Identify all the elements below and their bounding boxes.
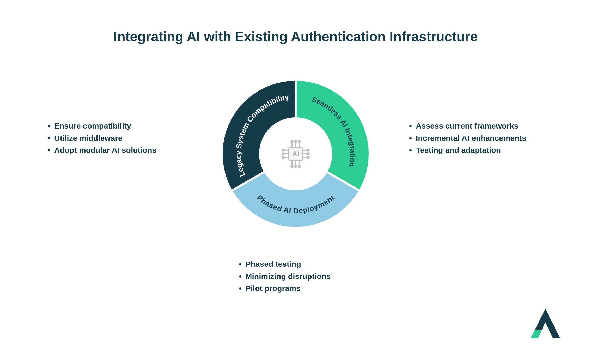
list-item: Minimizing disruptions (246, 270, 353, 283)
list-item: Adopt modular AI solutions (54, 144, 182, 156)
svg-point-12 (291, 165, 293, 167)
svg-point-18 (282, 149, 284, 151)
svg-point-28 (307, 156, 309, 159)
bottom-bullet-list: Phased testing Minimizing disruptions Pi… (238, 258, 353, 295)
ai-chip-label: AI (292, 150, 299, 158)
list-item: Assess current frameworks (416, 120, 544, 132)
svg-point-6 (291, 140, 293, 142)
ai-chip-icon: AI (276, 134, 315, 173)
svg-point-16 (298, 165, 300, 167)
list-item: Pilot programs (246, 282, 353, 295)
list-item: Testing and adaptation (416, 144, 544, 156)
list-item: Ensure compatibility (54, 120, 182, 132)
right-bullet-list: Assess current frameworks Incremental AI… (409, 120, 544, 156)
page-title: Integrating AI with Existing Authenticat… (0, 29, 591, 44)
svg-point-10 (298, 140, 300, 142)
left-bullet-list: Ensure compatibility Utilize middleware … (47, 120, 182, 156)
svg-point-24 (307, 149, 309, 151)
svg-point-22 (282, 156, 284, 159)
list-item: Incremental AI enhancements (416, 132, 544, 144)
list-item: Phased testing (246, 258, 353, 270)
donut-chart: Legacy System Compatibility Seamless AI … (223, 81, 369, 227)
list-item: Utilize middleware (54, 132, 182, 144)
svg-point-26 (307, 153, 309, 155)
svg-point-8 (295, 140, 297, 142)
svg-point-20 (282, 153, 284, 155)
svg-point-14 (295, 165, 297, 167)
brand-logo-icon (528, 307, 562, 341)
